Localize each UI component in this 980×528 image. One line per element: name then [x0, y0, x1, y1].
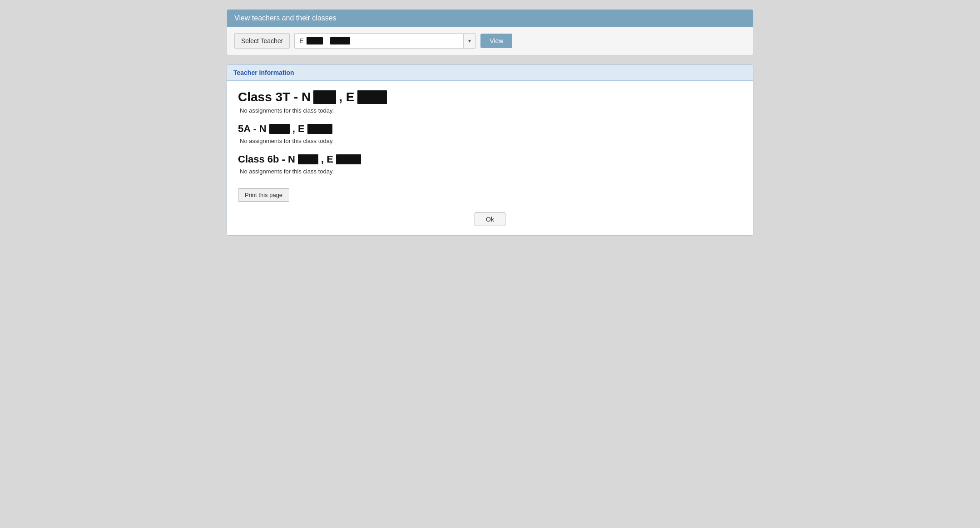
- class-3t-separator: , E: [339, 90, 354, 104]
- redacted-6b-lastname: [336, 154, 361, 164]
- info-panel-title: Teacher Information: [233, 69, 294, 76]
- top-panel-header: View teachers and their classes: [227, 10, 753, 27]
- dropdown-arrow-icon[interactable]: ▾: [463, 34, 475, 48]
- info-panel-body: Class 3T - N, E No assignments for this …: [227, 81, 753, 235]
- top-panel-title: View teachers and their classes: [234, 14, 337, 22]
- print-button[interactable]: Print this page: [238, 188, 289, 202]
- page-wrapper: View teachers and their classes Select T…: [227, 9, 753, 236]
- class-3t-prefix: Class 3T - N: [238, 90, 311, 104]
- teacher-info-panel: Teacher Information Class 3T - N, E No a…: [227, 64, 753, 236]
- teacher-select-wrapper[interactable]: E ▾: [294, 33, 476, 49]
- class-5a-separator: , E: [292, 123, 305, 135]
- class-5a-title: 5A - N, E: [238, 123, 742, 135]
- ok-button[interactable]: Ok: [475, 212, 505, 226]
- class-6b-no-assignments: No assignments for this class today.: [240, 168, 742, 175]
- teacher-value-prefix: E: [299, 37, 303, 44]
- redacted-5a-lastname: [307, 124, 332, 134]
- redacted-6b-firstname: [298, 154, 318, 164]
- redacted-teacher-lastname: [330, 37, 350, 44]
- class-6b-title: Class 6b - N, E: [238, 153, 742, 165]
- class-6b-separator: , E: [321, 153, 333, 165]
- select-teacher-label: Select Teacher: [234, 33, 290, 49]
- class-5a-no-assignments: No assignments for this class today.: [240, 138, 742, 144]
- redacted-3t-firstname: [313, 90, 336, 104]
- ok-row: Ok: [238, 212, 742, 226]
- info-panel-header: Teacher Information: [227, 65, 753, 81]
- redacted-5a-firstname: [269, 124, 290, 134]
- class-3t-title: Class 3T - N, E: [238, 90, 742, 104]
- class-section-3t: Class 3T - N, E No assignments for this …: [238, 90, 742, 114]
- top-panel-body: Select Teacher E ▾ View: [227, 27, 753, 55]
- class-section-5a: 5A - N, E No assignments for this class …: [238, 123, 742, 144]
- class-5a-prefix: 5A - N: [238, 123, 267, 135]
- redacted-3t-lastname: [357, 90, 387, 104]
- redacted-teacher-firstname: [307, 37, 323, 44]
- class-section-6b: Class 6b - N, E No assignments for this …: [238, 153, 742, 175]
- teacher-select-value: E: [295, 34, 463, 48]
- top-panel: View teachers and their classes Select T…: [227, 9, 753, 55]
- view-button[interactable]: View: [480, 34, 512, 48]
- class-6b-prefix: Class 6b - N: [238, 153, 295, 165]
- class-3t-no-assignments: No assignments for this class today.: [240, 107, 742, 114]
